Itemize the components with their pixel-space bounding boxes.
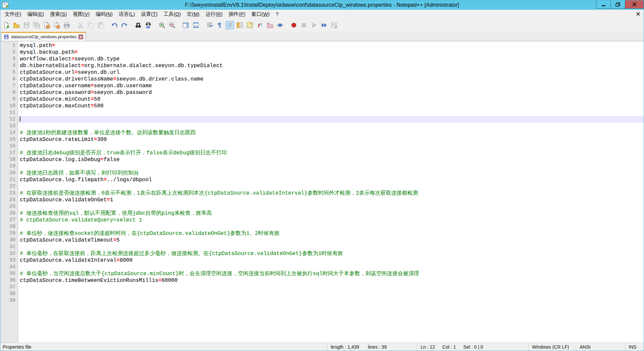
code-text[interactable] (18, 284, 20, 291)
code-line[interactable]: 37 (0, 284, 644, 291)
print-button[interactable] (63, 21, 71, 29)
line-number[interactable]: 6 (0, 76, 18, 83)
line-number[interactable]: 23 (0, 190, 18, 197)
status-encoding[interactable]: ANSI (576, 343, 625, 351)
document-list-button[interactable] (236, 21, 244, 29)
code-text[interactable]: # 单位毫秒，当空闲连接总数大于{ctpDataSource.minCount}… (18, 270, 419, 277)
monitoring-button[interactable] (276, 21, 284, 29)
line-number[interactable]: 34 (0, 264, 18, 270)
code-text[interactable] (18, 203, 20, 210)
code-text[interactable]: ctpDataSource.url=seeyon.db.url (18, 69, 120, 76)
code-text[interactable]: ctpDataSource.timeBetweenEvictionRunsMil… (18, 277, 178, 284)
line-number[interactable]: 21 (0, 177, 18, 183)
zoom-in-button[interactable] (158, 21, 166, 29)
line-number[interactable]: 22 (0, 183, 18, 190)
line-number[interactable]: 17 (0, 150, 18, 156)
code-text[interactable] (18, 143, 20, 150)
line-number[interactable]: 1 (0, 42, 18, 49)
code-line[interactable]: 20# 连接池日志路径，如果不填写，则打印到控制台 (0, 170, 644, 177)
code-text[interactable]: # 做连接检查使用的sql，默认不用配置，使用jdbc自带的ping来检查，效率… (18, 210, 212, 217)
code-text[interactable]: ctpDataSource.maxCount=500 (18, 103, 104, 109)
tab-datasourceCtp-windows-properties[interactable]: datasourceCtp_windows.properties (1, 32, 86, 41)
code-line[interactable]: 32# 单位毫秒，在获取连接前，距离上次检测连接超过多少毫秒，做连接检测。在{c… (0, 250, 644, 257)
sync-scroll-horizontal-button[interactable] (192, 21, 200, 29)
code-line[interactable]: 31 (0, 244, 644, 250)
menu-item-settings[interactable]: 设置(T) (138, 10, 160, 18)
restore-button[interactable] (610, 0, 625, 9)
code-line[interactable]: 33ctpDataSource.validateInterval=6000 (0, 257, 644, 264)
line-number[interactable]: 19 (0, 163, 18, 170)
line-number[interactable]: 8 (0, 89, 18, 96)
code-text[interactable]: # 连接池日志路径，如果不填写，则打印到控制台 (18, 170, 139, 177)
line-number[interactable]: 36 (0, 277, 18, 284)
menu-item-search[interactable]: 搜索(S) (47, 10, 70, 18)
code-text[interactable]: # 连接池1秒的新建连接数量，单位是连接个数。达到该数量触发日志跟踪 (18, 130, 196, 136)
menu-item-edit[interactable]: 编辑(E) (24, 10, 47, 18)
code-text[interactable]: ctpDataSource.rateLimit=300 (18, 136, 107, 143)
line-number[interactable]: 9 (0, 96, 18, 103)
code-text[interactable] (18, 223, 20, 230)
line-number[interactable]: 16 (0, 143, 18, 150)
menu-item-help[interactable]: ? (273, 10, 281, 18)
line-number[interactable]: 24 (0, 197, 18, 203)
undo-button[interactable] (110, 21, 118, 29)
code-text[interactable] (18, 123, 20, 130)
code-line[interactable]: 13 (0, 123, 644, 130)
line-number[interactable]: 3 (0, 56, 18, 62)
code-line[interactable]: 19 (0, 163, 644, 170)
line-number[interactable]: 30 (0, 237, 18, 244)
code-text[interactable]: ctpDataSource.validateOnGet=1 (18, 197, 113, 203)
line-number[interactable]: 20 (0, 170, 18, 177)
line-number[interactable]: 5 (0, 69, 18, 76)
line-number[interactable]: 2 (0, 49, 18, 56)
code-line[interactable]: 5ctpDataSource.url=seeyon.db.url (0, 69, 644, 76)
code-text[interactable]: db.hibernateDialect=org.hibernate.dialec… (18, 62, 223, 69)
code-line[interactable]: 22 (0, 183, 644, 190)
menu-item-file[interactable]: 文件(F) (2, 10, 24, 18)
line-number[interactable]: 28 (0, 223, 18, 230)
code-line[interactable]: 38 (0, 291, 644, 297)
menu-item-plugins[interactable]: 插件(P) (226, 10, 249, 18)
code-line[interactable]: 14# 连接池1秒的新建连接数量，单位是连接个数。达到该数量触发日志跟踪 (0, 130, 644, 136)
line-number[interactable]: 25 (0, 203, 18, 210)
line-number[interactable]: 38 (0, 291, 18, 297)
line-number[interactable]: 7 (0, 83, 18, 89)
menu-item-run[interactable]: 运行(R) (203, 10, 226, 18)
menu-item-encoding[interactable]: 编码(N) (93, 10, 116, 18)
redo-button[interactable] (120, 21, 128, 29)
show-all-characters-button[interactable]: ¶ (216, 21, 224, 29)
code-text[interactable]: ctpDataSource.validateInterval=6000 (18, 257, 132, 264)
code-text[interactable] (18, 109, 20, 116)
line-number[interactable]: 15 (0, 136, 18, 143)
code-line[interactable]: 3workflow.dialect=seeyon.db.type (0, 56, 644, 62)
code-line[interactable]: 9ctpDataSource.minCount=50 (0, 96, 644, 103)
code-line[interactable]: 21ctpDataSource.log.filepath=../logs/dbp… (0, 177, 644, 183)
code-line[interactable]: 27# ctpDataSource.validateQuery=select 1 (0, 217, 644, 223)
code-text[interactable]: ctpDataSource.password=seeyon.db.passwor… (18, 89, 152, 96)
code-text[interactable]: ctpDataSource.minCount=50 (18, 96, 100, 103)
code-text[interactable] (18, 163, 20, 170)
code-line[interactable]: 18ctpDataSource.log.isDebug=false (0, 156, 644, 163)
code-line[interactable]: 35# 单位毫秒，当空闲连接总数大于{ctpDataSource.minCoun… (0, 270, 644, 277)
document-map-button[interactable] (246, 21, 254, 29)
minimize-button[interactable] (596, 0, 611, 9)
code-line[interactable]: 36ctpDataSource.timeBetweenEvictionRunsM… (0, 277, 644, 284)
code-text[interactable] (18, 183, 20, 190)
code-text[interactable]: # 单位秒，做连接检查socket的读超时时间，在{ctpDataSource.… (18, 230, 279, 237)
replace-button[interactable]: ab (144, 21, 152, 29)
code-text[interactable] (18, 244, 20, 250)
menu-item-view[interactable]: 视图(V) (70, 10, 93, 18)
line-number[interactable]: 12 (0, 116, 18, 123)
open-file-button[interactable] (12, 21, 20, 29)
code-line[interactable]: 4db.hibernateDialect=org.hibernate.diale… (0, 62, 644, 69)
close-file-button[interactable] (43, 21, 51, 29)
code-text[interactable] (18, 297, 20, 304)
line-number[interactable]: 29 (0, 230, 18, 237)
code-line[interactable]: 8ctpDataSource.password=seeyon.db.passwo… (0, 89, 644, 96)
line-number[interactable]: 35 (0, 270, 18, 277)
macro-record-button[interactable] (290, 21, 298, 29)
code-line[interactable]: 16 (0, 143, 644, 150)
line-number[interactable]: 37 (0, 284, 18, 291)
tab-close-icon[interactable] (78, 35, 83, 39)
code-text[interactable]: ctpDataSource.validateTimeout=5 (18, 237, 120, 244)
